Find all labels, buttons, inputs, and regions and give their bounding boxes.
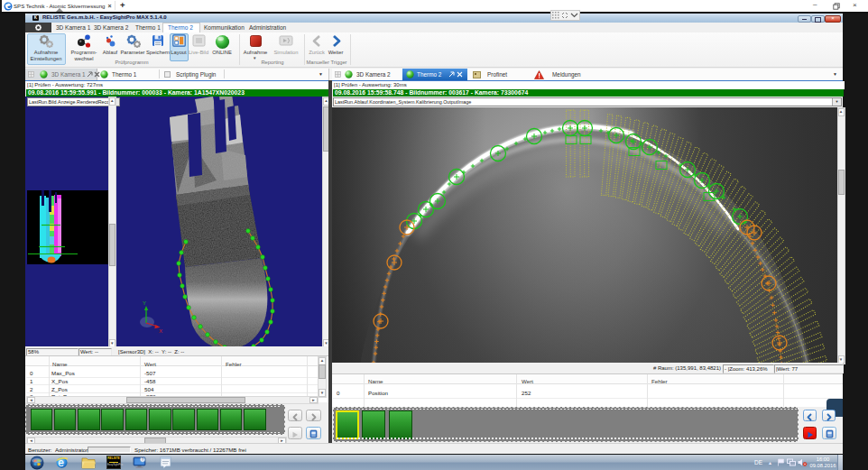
svg-text:Y: Y xyxy=(143,300,146,306)
svg-text:X: X xyxy=(159,328,162,334)
